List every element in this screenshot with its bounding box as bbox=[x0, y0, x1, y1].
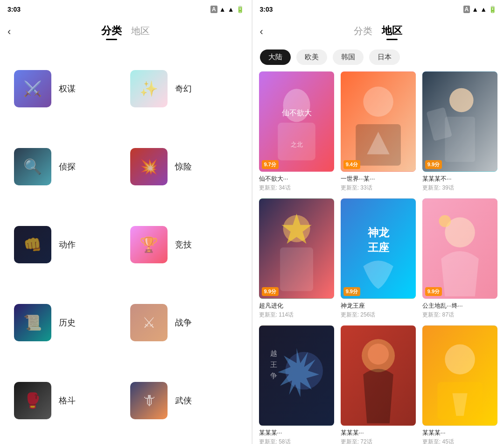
manga-update-7: 更新至: 58话 bbox=[259, 438, 334, 444]
tab-category-right[interactable]: 分类 bbox=[354, 25, 372, 37]
category-item-wuxia[interactable]: 🗡 武侠 bbox=[126, 361, 242, 439]
status-icons-right: A ▲ ▲ 🔋 bbox=[463, 6, 497, 13]
right-panel: 3:03 A ▲ ▲ 🔋 ‹ 分类 地区 大陆 欧美 韩国 日本 bbox=[252, 0, 504, 444]
manga-update-5: 更新至: 256话 bbox=[341, 311, 416, 319]
category-thumb-gedou: 🥊 bbox=[14, 382, 51, 419]
manga-grid: 仙不欲大 之北 9.7分 仙不欲大··· 更新至: 34话 bbox=[252, 71, 504, 444]
a-icon-right: A bbox=[463, 6, 470, 13]
category-thumb-zhanzheng: ⚔ bbox=[130, 304, 168, 341]
category-label-qihuan: 奇幻 bbox=[175, 83, 192, 94]
manga-cover-9 bbox=[422, 325, 497, 426]
svg-point-20 bbox=[439, 215, 451, 227]
back-button-right[interactable]: ‹ bbox=[260, 26, 263, 38]
category-thumb-lishi: 📜 bbox=[14, 304, 51, 341]
manga-card-7[interactable]: 越 王 争 某某某··· 更新至: 58话 bbox=[259, 325, 334, 444]
svg-text:越: 越 bbox=[270, 350, 277, 357]
svg-text:王座: 王座 bbox=[367, 241, 389, 254]
manga-title-9: 某某某··· bbox=[422, 429, 497, 437]
manga-card-2[interactable]: 9.4分 一世界···某··· 更新至: 33话 bbox=[341, 71, 416, 192]
a-icon: A bbox=[210, 6, 217, 13]
filter-riben[interactable]: 日本 bbox=[369, 49, 400, 65]
manga-cover-4: 9.9分 bbox=[259, 198, 334, 299]
manga-cover-5: 神龙 王座 9.9分 bbox=[341, 198, 416, 299]
manga-card-3[interactable]: 9.9分 某某某不··· 更新至: 39话 bbox=[422, 71, 497, 192]
manga-update-1: 更新至: 34话 bbox=[259, 184, 334, 192]
manga-score-2: 9.4分 bbox=[343, 160, 360, 169]
filter-oumei[interactable]: 欧美 bbox=[296, 49, 327, 65]
manga-card-9[interactable]: 某某某··· 更新至: 45话 bbox=[422, 325, 497, 444]
category-item-quanmou[interactable]: ⚔️ 权谋 bbox=[9, 49, 126, 127]
filter-hanguo[interactable]: 韩国 bbox=[333, 49, 364, 65]
manga-cover-3: 9.9分 bbox=[422, 71, 497, 172]
manga-title-6: 公主地乱···终··· bbox=[422, 302, 497, 310]
manga-score-3: 9.9分 bbox=[425, 160, 442, 169]
category-label-jingji: 竞技 bbox=[175, 239, 192, 250]
manga-title-3: 某某某不··· bbox=[422, 175, 497, 183]
left-panel: 3:03 A ▲ ▲ 🔋 ‹ 分类 地区 ⚔️ 权谋 ✨ 奇幻 bbox=[0, 0, 252, 444]
manga-update-9: 更新至: 45话 bbox=[422, 438, 497, 444]
manga-score-6: 9.9分 bbox=[425, 287, 442, 296]
filter-dalu[interactable]: 大陆 bbox=[260, 49, 291, 65]
manga-card-6[interactable]: 9.9分 公主地乱···终··· 更新至: 87话 bbox=[422, 198, 497, 319]
manga-title-2: 一世界···某··· bbox=[341, 175, 416, 183]
manga-card-5[interactable]: 神龙 王座 9.9分 神龙王座 更新至: 256话 bbox=[341, 198, 416, 319]
manga-cover-6: 9.9分 bbox=[422, 198, 497, 299]
manga-cover-7: 越 王 争 bbox=[259, 325, 334, 426]
tab-category-left[interactable]: 分类 bbox=[101, 24, 122, 40]
manga-card-1[interactable]: 仙不欲大 之北 9.7分 仙不欲大··· 更新至: 34话 bbox=[259, 71, 334, 192]
battery-icon-right: 🔋 bbox=[489, 6, 497, 13]
status-icons-left: A ▲ ▲ 🔋 bbox=[210, 6, 244, 13]
category-thumb-wuxia: 🗡 bbox=[130, 382, 168, 419]
status-bar-left: 3:03 A ▲ ▲ 🔋 bbox=[0, 0, 252, 19]
wifi-icon: ▲ bbox=[219, 6, 226, 13]
category-item-lishi[interactable]: 📜 历史 bbox=[9, 283, 126, 361]
svg-point-30 bbox=[445, 344, 475, 374]
manga-score-1: 9.7分 bbox=[262, 160, 279, 169]
header-left: ‹ 分类 地区 bbox=[0, 19, 252, 45]
manga-update-3: 更新至: 39话 bbox=[422, 184, 497, 192]
category-item-zhentan[interactable]: 🔍 侦探 bbox=[9, 127, 126, 205]
header-tabs-left: 分类 地区 bbox=[101, 24, 150, 40]
manga-score-4: 9.9分 bbox=[262, 287, 279, 296]
manga-card-4[interactable]: 9.9分 超凡进化 更新至: 114话 bbox=[259, 198, 334, 319]
category-thumb-quanmou: ⚔️ bbox=[14, 70, 51, 107]
category-item-jingji[interactable]: 🏆 竞技 bbox=[126, 205, 242, 283]
filter-bar: 大陆 欧美 韩国 日本 bbox=[252, 45, 504, 71]
svg-point-1 bbox=[283, 89, 310, 122]
category-item-gedou[interactable]: 🥊 格斗 bbox=[9, 361, 126, 439]
svg-point-9 bbox=[449, 88, 474, 113]
tab-region-left[interactable]: 地区 bbox=[131, 25, 150, 37]
category-item-zhanzheng[interactable]: ⚔ 战争 bbox=[126, 283, 242, 361]
category-thumb-qihuan: ✨ bbox=[130, 70, 168, 107]
manga-update-6: 更新至: 87话 bbox=[422, 311, 497, 319]
manga-card-8[interactable]: 某某某··· 更新至: 72话 bbox=[341, 325, 416, 444]
manga-title-4: 超凡进化 bbox=[259, 302, 334, 310]
category-thumb-jingji: 🏆 bbox=[130, 226, 168, 263]
category-label-wuxia: 武侠 bbox=[175, 395, 192, 406]
back-button-left[interactable]: ‹ bbox=[7, 26, 11, 38]
wifi-icon-right: ▲ bbox=[472, 6, 478, 13]
tab-region-right[interactable]: 地区 bbox=[382, 24, 402, 40]
category-item-jingxian[interactable]: 💥 惊险 bbox=[126, 127, 242, 205]
category-thumb-zhentan: 🔍 bbox=[14, 148, 51, 185]
manga-title-5: 神龙王座 bbox=[341, 302, 416, 310]
svg-rect-10 bbox=[445, 117, 475, 162]
svg-text:王: 王 bbox=[270, 361, 277, 368]
svg-text:仙不欲大: 仙不欲大 bbox=[281, 108, 311, 117]
svg-point-6 bbox=[363, 87, 393, 117]
manga-cover-1: 仙不欲大 之北 9.7分 bbox=[259, 71, 334, 172]
battery-icon: 🔋 bbox=[236, 6, 244, 13]
category-label-zhentan: 侦探 bbox=[59, 161, 76, 172]
manga-title-8: 某某某··· bbox=[341, 429, 416, 437]
category-label-quanmou: 权谋 bbox=[59, 83, 76, 94]
manga-title-7: 某某某··· bbox=[259, 429, 334, 437]
category-item-qihuan[interactable]: ✨ 奇幻 bbox=[126, 49, 242, 127]
manga-update-4: 更新至: 114话 bbox=[259, 311, 334, 319]
category-thumb-dongzuo: 👊 bbox=[14, 226, 51, 263]
manga-update-8: 更新至: 72话 bbox=[341, 438, 416, 444]
category-item-dongzuo[interactable]: 👊 动作 bbox=[9, 205, 126, 283]
category-label-gedou: 格斗 bbox=[59, 395, 76, 406]
signal-icon: ▲ bbox=[228, 6, 234, 13]
manga-update-2: 更新至: 33话 bbox=[341, 184, 416, 192]
header-tabs-right: 分类 地区 bbox=[354, 24, 402, 40]
